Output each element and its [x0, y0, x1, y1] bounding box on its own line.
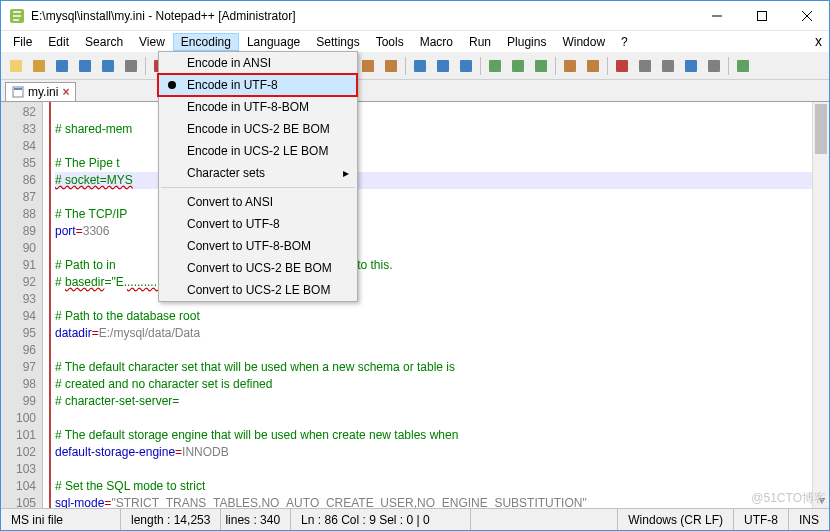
- tab-label: my.ini: [28, 85, 58, 99]
- status-insert-mode[interactable]: INS: [789, 509, 829, 530]
- encoding-menu: Encode in ANSIEncode in UTF-8Encode in U…: [158, 51, 358, 302]
- menu-item-character-sets[interactable]: Character sets▸: [159, 162, 357, 184]
- svg-rect-27: [564, 60, 576, 72]
- toolbar-icon: [706, 58, 722, 74]
- toolbar-button-5[interactable]: [120, 55, 142, 77]
- line-number: 84: [1, 138, 36, 155]
- menu-item-label: Convert to UCS-2 LE BOM: [187, 283, 330, 297]
- toolbar-icon: [54, 58, 70, 74]
- toolbar-button-22[interactable]: [409, 55, 431, 77]
- toolbar-button-2[interactable]: [51, 55, 73, 77]
- code-line[interactable]: # The default storage engine that will b…: [55, 427, 829, 444]
- line-number: 91: [1, 257, 36, 274]
- toolbar-button-23[interactable]: [432, 55, 454, 77]
- scrollbar-thumb[interactable]: [815, 104, 827, 154]
- toolbar-separator: [145, 57, 146, 75]
- file-tab[interactable]: my.ini ×: [5, 82, 76, 101]
- menu-run[interactable]: Run: [461, 33, 499, 51]
- line-number: 88: [1, 206, 36, 223]
- vertical-scrollbar[interactable]: ▴ ▾: [812, 102, 829, 508]
- editor-area[interactable]: 8283848586878889909192939495969798991001…: [1, 102, 829, 508]
- line-number: 89: [1, 223, 36, 240]
- code-line[interactable]: datadir=E:/mysql/data/Data: [55, 325, 829, 342]
- submenu-arrow-icon: ▸: [343, 166, 349, 180]
- menu-settings[interactable]: Settings: [308, 33, 367, 51]
- toolbar-button-24[interactable]: [455, 55, 477, 77]
- toolbar-icon: [487, 58, 503, 74]
- toolbar-button-33[interactable]: [611, 55, 633, 77]
- menu-item-encode-in-utf-8[interactable]: Encode in UTF-8: [159, 74, 357, 96]
- toolbar-button-19[interactable]: [357, 55, 379, 77]
- toolbar-button-36[interactable]: [680, 55, 702, 77]
- svg-rect-32: [685, 60, 697, 72]
- status-encoding[interactable]: UTF-8: [734, 509, 789, 530]
- menu-encoding[interactable]: Encoding: [173, 33, 239, 51]
- code-line[interactable]: sql-mode="STRICT_TRANS_TABLES,NO_AUTO_CR…: [55, 495, 829, 508]
- toolbar-button-27[interactable]: [507, 55, 529, 77]
- code-line[interactable]: [55, 461, 829, 478]
- menu-language[interactable]: Language: [239, 33, 308, 51]
- menu-edit[interactable]: Edit: [40, 33, 77, 51]
- menu-item-encode-in-ucs-2-le-bom[interactable]: Encode in UCS-2 LE BOM: [159, 140, 357, 162]
- code-line[interactable]: # Path to the database root: [55, 308, 829, 325]
- menu-item-convert-to-utf-8-bom[interactable]: Convert to UTF-8-BOM: [159, 235, 357, 257]
- menu-item-convert-to-ucs-2-le-bom[interactable]: Convert to UCS-2 LE BOM: [159, 279, 357, 301]
- code-line[interactable]: [55, 410, 829, 427]
- menu-plugins[interactable]: Plugins: [499, 33, 554, 51]
- toolbar-button-34[interactable]: [634, 55, 656, 77]
- menubar-close-icon[interactable]: x: [815, 33, 822, 49]
- toolbar-button-37[interactable]: [703, 55, 725, 77]
- menu-item-encode-in-ucs-2-be-bom[interactable]: Encode in UCS-2 BE BOM: [159, 118, 357, 140]
- menu-search[interactable]: Search: [77, 33, 131, 51]
- toolbar-icon: [533, 58, 549, 74]
- code-line[interactable]: default-storage-engine=INNODB: [55, 444, 829, 461]
- menu-item-convert-to-ansi[interactable]: Convert to ANSI: [159, 191, 357, 213]
- toolbar-button-3[interactable]: [74, 55, 96, 77]
- menu-window[interactable]: Window: [554, 33, 613, 51]
- menu-item-convert-to-ucs-2-be-bom[interactable]: Convert to UCS-2 BE BOM: [159, 257, 357, 279]
- code-line[interactable]: # character-set-server=: [55, 393, 829, 410]
- code-line[interactable]: # The default character set that will be…: [55, 359, 829, 376]
- code-line[interactable]: # created and no character set is define…: [55, 376, 829, 393]
- code-line[interactable]: # Set the SQL mode to strict: [55, 478, 829, 495]
- toolbar-button-26[interactable]: [484, 55, 506, 77]
- minimize-icon: [712, 11, 722, 21]
- svg-rect-2: [757, 11, 766, 20]
- toolbar-button-1[interactable]: [28, 55, 50, 77]
- menu-item-convert-to-utf-8[interactable]: Convert to UTF-8: [159, 213, 357, 235]
- toolbar-button-4[interactable]: [97, 55, 119, 77]
- maximize-button[interactable]: [739, 1, 784, 30]
- toolbar: [1, 52, 829, 80]
- menu-macro[interactable]: Macro: [412, 33, 461, 51]
- line-number: 105: [1, 495, 36, 508]
- close-button[interactable]: [784, 1, 829, 30]
- toolbar-button-20[interactable]: [380, 55, 402, 77]
- tab-close-icon[interactable]: ×: [62, 85, 69, 99]
- toolbar-button-39[interactable]: [732, 55, 754, 77]
- line-number: 85: [1, 155, 36, 172]
- toolbar-button-35[interactable]: [657, 55, 679, 77]
- menu-tools[interactable]: Tools: [368, 33, 412, 51]
- menu-item-encode-in-utf-8-bom[interactable]: Encode in UTF-8-BOM: [159, 96, 357, 118]
- svg-rect-5: [10, 60, 22, 72]
- minimize-button[interactable]: [694, 1, 739, 30]
- menu-file[interactable]: File: [5, 33, 40, 51]
- toolbar-icon: [123, 58, 139, 74]
- toolbar-button-30[interactable]: [559, 55, 581, 77]
- menu-view[interactable]: View: [131, 33, 173, 51]
- menu-item-label: Encode in ANSI: [187, 56, 271, 70]
- toolbar-button-31[interactable]: [582, 55, 604, 77]
- menu-[interactable]: ?: [613, 33, 636, 51]
- line-number: 96: [1, 342, 36, 359]
- toolbar-separator: [607, 57, 608, 75]
- line-number: 101: [1, 427, 36, 444]
- menu-item-encode-in-ansi[interactable]: Encode in ANSI: [159, 52, 357, 74]
- line-number: 97: [1, 359, 36, 376]
- status-eol[interactable]: Windows (CR LF): [618, 509, 734, 530]
- code-line[interactable]: [55, 342, 829, 359]
- toolbar-button-0[interactable]: [5, 55, 27, 77]
- toolbar-separator: [480, 57, 481, 75]
- titlebar[interactable]: E:\mysql\install\my.ini - Notepad++ [Adm…: [1, 1, 829, 31]
- menu-item-label: Convert to UTF-8-BOM: [187, 239, 311, 253]
- toolbar-button-28[interactable]: [530, 55, 552, 77]
